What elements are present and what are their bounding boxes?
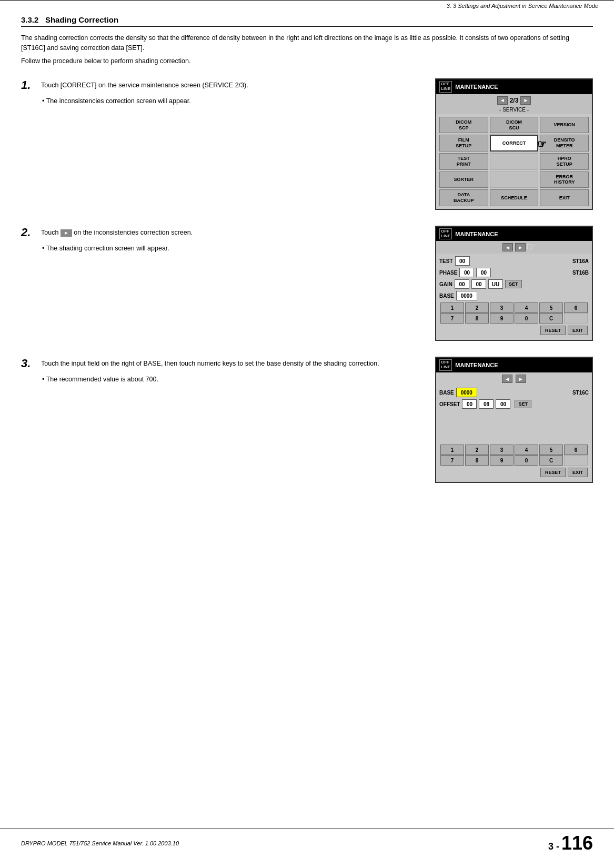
base-row-3: BASE 0000 ST16C [439,388,589,397]
btn-sorter[interactable]: SORTER [439,171,488,188]
step-2-instruction: 2. Touch ► on the inconsistencies correc… [21,226,416,239]
footer-page-num: 116 [561,832,593,854]
btn-grid-1: DICOMSCP DICOMSCU VERSION FILMSETUP CORR… [436,114,592,209]
numpad-4[interactable]: 4 [515,302,538,313]
step-3-number: 3. [21,357,36,370]
numpad-3[interactable]: 3 [490,302,514,313]
btn-error-history[interactable]: ERRORHISTORY [540,171,589,188]
phase-row: PHASE 00 00 ST16B [439,268,589,277]
nav-left-2[interactable]: ◄ [502,243,513,251]
btn-version[interactable]: VERSION [540,117,589,134]
offset-input-2[interactable]: 08 [479,399,494,409]
num3-8[interactable]: 8 [465,455,489,466]
gain-input-1[interactable]: 00 [455,279,469,289]
numpad-6[interactable]: 6 [564,302,588,313]
num3-4[interactable]: 4 [515,445,538,455]
off-line-3: OFFLINE [439,359,452,371]
offset-input-1[interactable]: 00 [462,399,477,409]
reset-btn-2[interactable]: RESET [540,326,566,335]
step-2-screen: OFFLINE MAINTENANCE ◄ ► ☞ TEST 00 [425,226,593,341]
numpad-5[interactable]: 5 [539,302,563,313]
nav-right-1[interactable]: ► [520,96,531,105]
num3-0[interactable]: 0 [515,455,538,466]
body-paragraph-1: The shading correction corrects the dens… [21,33,593,53]
base-input-3[interactable]: 0000 [456,388,477,397]
num3-5[interactable]: 5 [539,445,563,455]
btn-empty-2 [490,171,539,188]
nav-left-3[interactable]: ◄ [502,375,512,383]
num3-3[interactable]: 3 [490,445,514,455]
btn-exit-1[interactable]: EXIT [540,189,589,206]
exit-btn-3[interactable]: EXIT [568,468,588,477]
section-title: 3.3.2 Shading Correction [21,15,593,27]
gain-row: GAIN 00 00 UU SET [439,279,589,289]
test-input[interactable]: 00 [455,256,470,266]
num3-6[interactable]: 6 [564,445,588,455]
btn-dicom-scu[interactable]: DICOMSCU [490,117,539,134]
phase-label: PHASE [439,270,457,276]
numpad-7[interactable]: 7 [440,313,464,324]
btn-data-backup[interactable]: DATABACKUP [439,189,488,206]
base-row-2: BASE 0000 [439,291,589,300]
num3-1[interactable]: 1 [440,445,464,455]
step-1-row: 1. Touch [CORRECT] on the service mainte… [21,78,593,210]
phase-input-2[interactable]: 00 [476,268,491,277]
set-btn-2[interactable]: SET [505,280,522,288]
steps-area: 1. Touch [CORRECT] on the service mainte… [21,78,593,483]
step-1-text: Touch [CORRECT] on the service maintenan… [41,78,248,90]
set-btn-3[interactable]: SET [515,400,531,408]
btn-hpro-setup[interactable]: HPROSETUP [540,153,589,170]
offset-input-3[interactable]: 00 [496,399,510,409]
num3-9[interactable]: 9 [490,455,514,466]
page-footer: DRYPRO MODEL 751/752 Service Manual Ver.… [0,829,614,857]
footer-page-prefix: 3 - [548,841,559,852]
numpad-c[interactable]: C [539,313,563,324]
maint-header-3: OFFLINE MAINTENANCE [436,358,592,372]
num3-2[interactable]: 2 [465,445,489,455]
maint-nav-1: ◄ 2/3 ► [436,94,592,107]
step-1-bullet: The inconsistencies correction screen wi… [42,96,416,106]
base-label-2: BASE [439,293,454,299]
btn-film-setup[interactable]: FILMSETUP [439,135,488,152]
numpad-2[interactable]: 2 [465,302,489,313]
maint-nav-2: ◄ ► ☞ [436,241,592,254]
num3-c[interactable]: C [539,455,563,466]
page-header: 3. 3 Settings and Adjustment in Service … [0,0,614,10]
numpad-0[interactable]: 0 [515,313,538,324]
btn-densito-meter[interactable]: DENSITOMETER [540,135,589,152]
numpad-8[interactable]: 8 [465,313,489,324]
offset-row-3: OFFSET 00 08 00 SET [439,399,589,409]
nav-left-1[interactable]: ◄ [497,96,508,105]
btn-dicom-scp[interactable]: DICOMSCP [439,117,488,134]
btn-empty-1 [490,153,539,170]
base-input-2[interactable]: 0000 [456,291,477,300]
numpad-empty [564,313,588,324]
step-2-number: 2. [21,226,36,239]
step-2-row: 2. Touch ► on the inconsistencies correc… [21,226,593,341]
btn-schedule[interactable]: SCHEDULE [490,189,539,206]
finger-icon-1: ☞ [537,138,547,150]
nav-right-2[interactable]: ► ☞ [515,243,526,251]
screen3-nav: ◄ ► [436,372,592,385]
btn-test-print[interactable]: TESTPRINT [439,153,488,170]
maintenance-screen-2: OFFLINE MAINTENANCE ◄ ► ☞ TEST 00 [435,226,593,341]
gain-input-2[interactable]: 00 [471,279,486,289]
step-1-instruction: 1. Touch [CORRECT] on the service mainte… [21,78,416,92]
gain-label: GAIN [439,281,452,287]
step-3-left: 3. Touch the input field on the right of… [21,357,416,385]
num3-7[interactable]: 7 [440,455,464,466]
reset-btn-3[interactable]: RESET [540,468,566,477]
step-1-number: 1. [21,78,36,92]
exit-btn-2[interactable]: EXIT [568,326,588,335]
footer-page: 3 - 116 [548,832,593,854]
maint-title-3: MAINTENANCE [455,362,498,368]
numpad-1[interactable]: 1 [440,302,464,313]
nav-right-3[interactable]: ► [516,375,526,383]
section-number: 3.3.2 [21,15,38,24]
btn-correct[interactable]: CORRECT ☞ [490,135,539,152]
phase-input-1[interactable]: 00 [459,268,474,277]
off-line-2: OFFLINE [439,228,452,240]
numpad-9[interactable]: 9 [490,313,514,324]
gain-input-3[interactable]: UU [488,279,503,289]
body-paragraph-2: Follow the procedure below to perform sh… [21,56,593,66]
